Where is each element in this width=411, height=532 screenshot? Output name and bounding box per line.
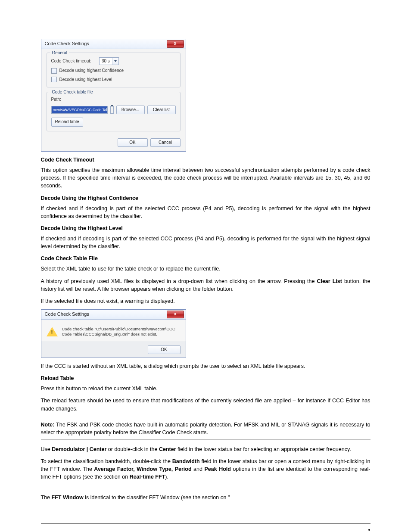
para-reload-feature: The reload feature should be used to ens… bbox=[41, 397, 371, 412]
cancel-button[interactable]: Cancel bbox=[150, 138, 181, 147]
group-table-title: Code Check table file bbox=[50, 89, 95, 96]
heading-table-file: Code Check Table File bbox=[41, 255, 371, 262]
clear-list-button[interactable]: Clear list bbox=[147, 106, 176, 115]
timeout-value: 30 s bbox=[100, 58, 112, 65]
warning-dialog: Code Check Settings x Code check table "… bbox=[41, 309, 186, 358]
checkbox-highest-level-label: Decode using highest Level bbox=[59, 77, 112, 83]
footer-bullet: • bbox=[368, 526, 371, 532]
group-table-file: Code Check table file Path: ments\WAVECO… bbox=[47, 92, 181, 131]
close-icon[interactable]: x bbox=[167, 311, 184, 318]
chevron-down-icon[interactable] bbox=[112, 58, 118, 65]
checkbox-highest-level[interactable] bbox=[51, 77, 57, 82]
warning-message: Code check table "C:\Users\Public\Docume… bbox=[62, 327, 181, 337]
reload-table-button[interactable]: Reload table bbox=[51, 118, 83, 127]
heading-highest-level: Decode Using the Highest Level bbox=[41, 224, 371, 232]
warning-icon bbox=[47, 327, 58, 336]
warning-titlebar[interactable]: Code Check Settings x bbox=[41, 310, 186, 320]
para-table-select: Select the XML table to use for the tabl… bbox=[41, 265, 371, 273]
heading-highest-confidence: Decode Using the Highest Confidence bbox=[41, 194, 371, 202]
para-fft-window: The FFT Window is identical to the class… bbox=[41, 494, 371, 501]
para-timeout: This option specifies the maximum allowa… bbox=[41, 166, 371, 190]
page-footer: • bbox=[41, 523, 371, 532]
timeout-combo[interactable]: 30 s bbox=[99, 57, 119, 65]
path-history-dropdown[interactable] bbox=[110, 106, 114, 114]
warning-dialog-title: Code Check Settings bbox=[45, 311, 89, 318]
ok-button[interactable]: OK bbox=[118, 138, 148, 147]
para-bandwidth: To select the classification bandwidth, … bbox=[41, 457, 371, 481]
group-general-title: General bbox=[50, 50, 69, 56]
group-general: General Code Check timeout: 30 s Decode … bbox=[47, 53, 181, 87]
browse-button[interactable]: Browse... bbox=[116, 106, 145, 115]
checkbox-highest-confidence-label: Decode using highest Confidence bbox=[59, 68, 124, 74]
close-icon[interactable]: x bbox=[167, 40, 184, 48]
dialog-title: Code Check Settings bbox=[45, 40, 89, 47]
para-reload-press: Press this button to reload the current … bbox=[41, 385, 371, 392]
para-highest-level: If checked and if decoding is part of th… bbox=[41, 235, 371, 250]
heading-reload-table: Reload Table bbox=[41, 374, 371, 382]
path-input[interactable]: ments\WAVECOM\CCC Code Tables\CCCSignalD… bbox=[51, 106, 108, 114]
timeout-label: Code Check timeout: bbox=[51, 58, 91, 65]
dialog-titlebar[interactable]: Code Check Settings x bbox=[41, 39, 186, 49]
para-history: A history of previously used XML files i… bbox=[41, 277, 371, 293]
note-box: Note: The FSK and PSK code checks have b… bbox=[41, 418, 371, 439]
code-check-settings-dialog: Code Check Settings x General Code Check… bbox=[41, 39, 186, 152]
warning-ok-button[interactable]: OK bbox=[148, 345, 181, 355]
checkbox-highest-confidence[interactable] bbox=[51, 68, 57, 74]
path-label: Path: bbox=[51, 96, 61, 103]
para-highest-confidence: If checked and if decoding is part of th… bbox=[41, 205, 371, 220]
para-demod-center: Use Demodulator | Center or double-click… bbox=[41, 445, 371, 453]
para-warning-info: If the selected file does not exist, a w… bbox=[41, 297, 371, 305]
heading-code-check-timeout: Code Check Timeout bbox=[41, 156, 371, 164]
para-no-xml: If the CCC is started without an XML tab… bbox=[41, 362, 371, 370]
